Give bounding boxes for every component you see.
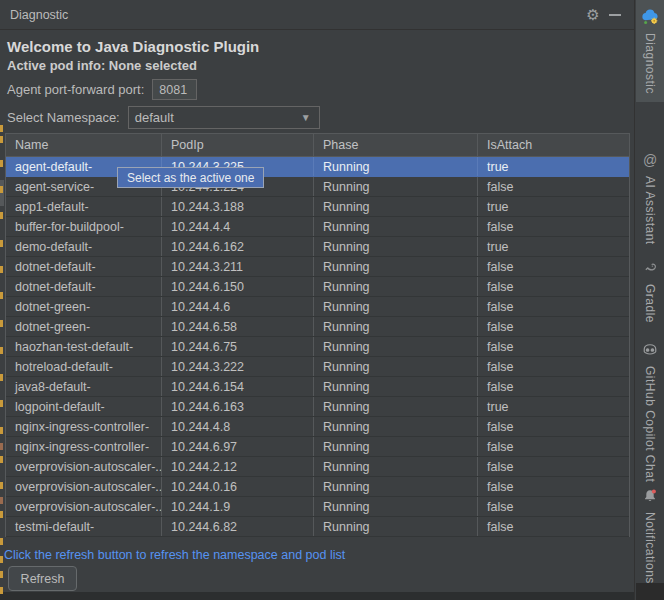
column-header-name[interactable]: Name [6, 134, 162, 156]
table-row[interactable]: overprovision-autoscaler-...10.244.0.16R… [6, 477, 629, 497]
table-row[interactable]: dotnet-default-10.244.6.150Runningfalse [6, 277, 629, 297]
bell-icon [640, 486, 660, 506]
cell-podip: 10.244.4.6 [162, 297, 314, 316]
stripe-tab-diagnostic[interactable]: Diagnostic [636, 0, 664, 102]
cell-isattach: false [478, 517, 629, 536]
cell-isattach: false [478, 477, 629, 496]
edge-change-marker [0, 292, 3, 299]
cell-phase: Running [314, 417, 478, 436]
table-row[interactable]: testmi-default-10.244.6.82Runningfalse [6, 517, 629, 537]
table-row[interactable]: dotnet-green-10.244.4.6Runningfalse [6, 297, 629, 317]
stripe-tab-gradle[interactable]: Gradle [636, 258, 664, 323]
edge-change-marker [0, 556, 3, 563]
table-row[interactable]: haozhan-test-default-10.244.6.75Runningf… [6, 337, 629, 357]
table-row[interactable]: nginx-ingress-controller-10.244.4.8Runni… [6, 417, 629, 437]
table-row[interactable]: agent-default-10.244.3.225Runningtrue [6, 157, 629, 177]
cell-podip: 10.244.6.58 [162, 317, 314, 336]
stripe-tab-ai-assistant[interactable]: @ AI Assistant [636, 150, 664, 245]
edge-change-marker [0, 160, 3, 167]
refresh-hint-text: Click the refresh button to refresh the … [4, 548, 345, 562]
pod-table: Name PodIp Phase IsAttach agent-default-… [5, 133, 630, 537]
cell-podip: 10.244.6.154 [162, 377, 314, 396]
cell-podip: 10.244.4.8 [162, 417, 314, 436]
cell-isattach: false [478, 217, 629, 236]
cell-isattach: true [478, 157, 629, 176]
edge-change-marker [0, 374, 3, 381]
cell-isattach: false [478, 417, 629, 436]
cell-phase: Running [314, 497, 478, 516]
edge-change-marker [0, 400, 3, 407]
cell-isattach: false [478, 437, 629, 456]
cell-isattach: false [478, 357, 629, 376]
cell-isattach: true [478, 397, 629, 416]
cell-phase: Running [314, 317, 478, 336]
cell-name: demo-default- [6, 237, 162, 256]
cell-name: dotnet-default- [6, 277, 162, 296]
chevron-down-icon: ▼ [301, 112, 311, 123]
cell-isattach: false [478, 297, 629, 316]
port-label: Agent port-forward port: [7, 82, 144, 97]
cell-name: java8-default- [6, 377, 162, 396]
cell-phase: Running [314, 357, 478, 376]
edge-change-marker [0, 587, 3, 594]
table-row[interactable]: dotnet-green-10.244.6.58Runningfalse [6, 317, 629, 337]
column-header-phase[interactable]: Phase [314, 134, 478, 156]
cell-isattach: false [478, 497, 629, 516]
cell-name: dotnet-default- [6, 257, 162, 276]
stripe-tab-label: GitHub Copilot Chat [643, 366, 657, 482]
diagnostic-tool-window: Diagnostic ⚙ Welcome to Java Diagnostic … [0, 0, 634, 600]
column-header-podip[interactable]: PodIp [162, 134, 314, 156]
table-row[interactable]: java8-default-10.244.6.154Runningfalse [6, 377, 629, 397]
edge-change-marker [0, 136, 3, 143]
cell-name: overprovision-autoscaler-... [6, 477, 162, 496]
cell-name: dotnet-green- [6, 297, 162, 316]
stripe-bottom-box [636, 583, 664, 600]
stripe-tab-label: Gradle [643, 284, 657, 323]
namespace-dropdown[interactable]: default ▼ [128, 106, 320, 129]
edge-change-marker [0, 347, 3, 354]
tool-window-title: Diagnostic [10, 8, 68, 22]
cell-phase: Running [314, 177, 478, 196]
settings-gear-icon[interactable]: ⚙ [582, 4, 604, 26]
table-row[interactable]: overprovision-autoscaler-...10.244.2.12R… [6, 457, 629, 477]
table-row[interactable]: agent-service-10.244.1.224Runningfalse [6, 177, 629, 197]
cell-phase: Running [314, 197, 478, 216]
copilot-icon [640, 340, 660, 360]
edge-change-marker [0, 456, 3, 463]
edge-change-marker [0, 511, 3, 518]
cell-podip: 10.244.6.75 [162, 337, 314, 356]
cell-phase: Running [314, 377, 478, 396]
pod-table-header: Name PodIp Phase IsAttach [6, 134, 629, 157]
stripe-tab-github-copilot-chat[interactable]: GitHub Copilot Chat [636, 340, 664, 482]
table-row[interactable]: dotnet-default-10.244.3.211Runningfalse [6, 257, 629, 277]
cell-phase: Running [314, 217, 478, 236]
cell-phase: Running [314, 477, 478, 496]
stripe-tab-notifications[interactable]: Notifications [636, 486, 664, 584]
column-header-isattach[interactable]: IsAttach [478, 134, 629, 156]
table-row[interactable]: nginx-ingress-controller-10.244.6.97Runn… [6, 437, 629, 457]
cell-name: nginx-ingress-controller- [6, 417, 162, 436]
table-row[interactable]: overprovision-autoscaler-...10.244.1.9Ru… [6, 497, 629, 517]
refresh-button[interactable]: Refresh [8, 566, 77, 591]
cell-name: nginx-ingress-controller- [6, 437, 162, 456]
minimize-bar [609, 14, 621, 16]
edge-change-marker [0, 320, 3, 327]
cell-podip: 10.244.3.222 [162, 357, 314, 376]
cell-phase: Running [314, 437, 478, 456]
pod-table-body: agent-default-10.244.3.225Runningtrueage… [6, 157, 629, 537]
table-row[interactable]: demo-default-10.244.6.162Runningtrue [6, 237, 629, 257]
port-input[interactable] [152, 79, 197, 100]
table-row[interactable]: logpoint-default-10.244.6.163Runningtrue [6, 397, 629, 417]
diagnostic-cloud-icon [640, 7, 660, 27]
table-row[interactable]: app1-default-10.244.3.188Runningtrue [6, 197, 629, 217]
table-row[interactable]: hotreload-default-10.244.3.222Runningfal… [6, 357, 629, 377]
edge-change-marker [0, 212, 3, 219]
cell-phase: Running [314, 237, 478, 256]
cell-name: overprovision-autoscaler-... [6, 497, 162, 516]
edge-change-marker [0, 497, 3, 504]
table-row[interactable]: buffer-for-buildpool-10.244.4.4Runningfa… [6, 217, 629, 237]
edge-scroll-thumb [0, 180, 4, 206]
stripe-tab-label: AI Assistant [643, 176, 657, 245]
minimize-icon[interactable] [604, 4, 626, 26]
cell-podip: 10.244.1.9 [162, 497, 314, 516]
